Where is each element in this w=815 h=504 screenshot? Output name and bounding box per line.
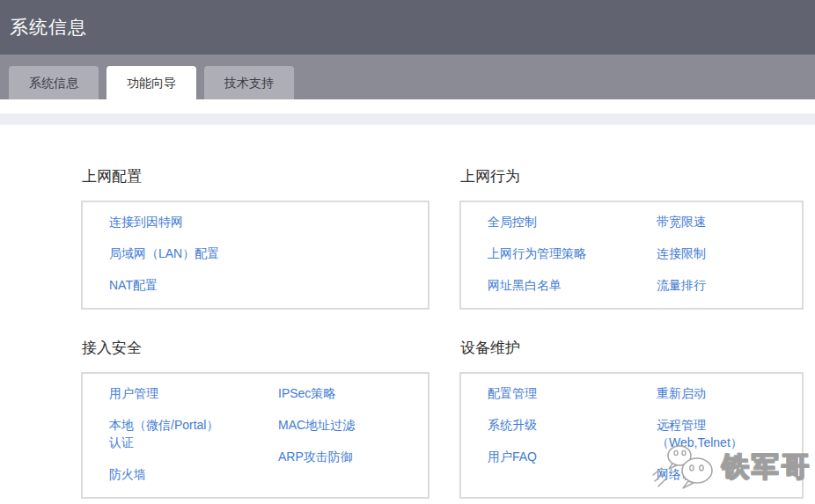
internet-behavior-col2: 带宽限速 连接限制 流量排行 — [657, 213, 784, 294]
link-network-diagnosis[interactable]: 网络诊断 — [657, 465, 706, 483]
tab-bar: 系统信息 功能向导 技术支持 — [0, 55, 815, 99]
internet-config-col2 — [278, 213, 410, 294]
link-url-blacklist[interactable]: 网址黑白名单 — [488, 276, 562, 294]
page-title: 系统信息 — [10, 15, 87, 40]
link-user-faq[interactable]: 用户FAQ — [488, 448, 537, 465]
link-global-control[interactable]: 全局控制 — [488, 213, 537, 230]
device-maintenance-box: 配置管理 系统升级 用户FAQ 重新启动 远程管理 （Web,Telnet） 网… — [459, 372, 804, 499]
internet-behavior-col1: 全局控制 上网行为管理策略 网址黑白名单 — [488, 213, 637, 294]
link-behavior-policy[interactable]: 上网行为管理策略 — [488, 245, 586, 262]
access-security-col1: 用户管理 本地（微信/Portal） 认证 防火墙 — [109, 384, 259, 483]
tab-feature-wizard[interactable]: 功能向导 — [106, 66, 196, 99]
access-security-box: 用户管理 本地（微信/Portal） 认证 防火墙 IPSec策略 MAC地址过… — [81, 372, 430, 499]
internet-config-box: 连接到因特网 局域网（LAN）配置 NAT配置 — [81, 201, 430, 310]
link-ipsec-policy[interactable]: IPSec策略 — [278, 384, 335, 402]
spacer — [0, 99, 815, 113]
section-internet-config: 上网配置 连接到因特网 局域网（LAN）配置 NAT配置 — [81, 166, 430, 310]
link-arp-defense[interactable]: ARP攻击防御 — [278, 448, 353, 465]
link-system-upgrade[interactable]: 系统升级 — [488, 416, 537, 434]
link-user-management[interactable]: 用户管理 — [109, 384, 158, 402]
link-lan-config[interactable]: 局域网（LAN）配置 — [109, 245, 219, 262]
internet-config-col1: 连接到因特网 局域网（LAN）配置 NAT配置 — [109, 213, 259, 294]
section-title-internet-behavior: 上网行为 — [460, 166, 804, 187]
link-remote-management[interactable]: 远程管理 （Web,Telnet） — [657, 416, 743, 451]
link-bandwidth-limit[interactable]: 带宽限速 — [657, 213, 706, 230]
access-security-col2: IPSec策略 MAC地址过滤 ARP攻击防御 — [278, 384, 410, 483]
link-nat-config[interactable]: NAT配置 — [109, 276, 158, 294]
section-title-access-security: 接入安全 — [82, 338, 430, 359]
internet-behavior-box: 全局控制 上网行为管理策略 网址黑白名单 带宽限速 连接限制 流量排行 — [459, 201, 804, 310]
link-local-portal-auth[interactable]: 本地（微信/Portal） 认证 — [109, 416, 218, 451]
section-access-security: 接入安全 用户管理 本地（微信/Portal） 认证 防火墙 IPSec策略 M… — [81, 338, 430, 499]
link-connect-internet[interactable]: 连接到因特网 — [109, 213, 183, 230]
sections-grid: 上网配置 连接到因特网 局域网（LAN）配置 NAT配置 上网行为 全局控制 上… — [81, 166, 804, 499]
sub-bar — [0, 113, 815, 125]
tab-tech-support[interactable]: 技术支持 — [204, 66, 294, 99]
device-maintenance-col2: 重新启动 远程管理 （Web,Telnet） 网络诊断 — [657, 384, 784, 483]
section-device-maintenance: 设备维护 配置管理 系统升级 用户FAQ 重新启动 远程管理 （Web,Teln… — [459, 338, 804, 499]
section-internet-behavior: 上网行为 全局控制 上网行为管理策略 网址黑白名单 带宽限速 连接限制 流量排行 — [459, 166, 804, 310]
section-title-device-maintenance: 设备维护 — [460, 338, 804, 359]
link-reboot[interactable]: 重新启动 — [657, 384, 706, 402]
link-traffic-ranking[interactable]: 流量排行 — [657, 276, 706, 294]
link-firewall[interactable]: 防火墙 — [109, 465, 146, 483]
device-maintenance-col1: 配置管理 系统升级 用户FAQ — [488, 384, 637, 483]
tab-system-info[interactable]: 系统信息 — [9, 66, 99, 99]
link-mac-filter[interactable]: MAC地址过滤 — [278, 416, 355, 434]
section-title-internet-config: 上网配置 — [82, 166, 430, 187]
link-connection-limit[interactable]: 连接限制 — [657, 245, 706, 262]
link-config-management[interactable]: 配置管理 — [488, 384, 537, 402]
main-content: 上网配置 连接到因特网 局域网（LAN）配置 NAT配置 上网行为 全局控制 上… — [0, 125, 815, 499]
page-header: 系统信息 — [0, 0, 815, 55]
